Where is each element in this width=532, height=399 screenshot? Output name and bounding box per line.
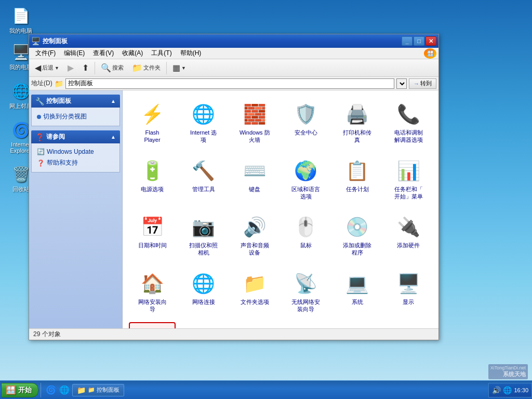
sidebar-section-seealso: ❓ 请参阅 ▲ 🔄 Windows Update ❓ 帮助和支持 — [31, 130, 120, 172]
sidebar-body-cp: 切换到分类视图 — [31, 108, 120, 126]
systray-icon2: 🌐 — [503, 386, 512, 394]
menu-edit[interactable]: 编辑(E) — [60, 48, 89, 59]
taskbar-ie-icon2[interactable]: 🌐 — [59, 384, 70, 396]
cp-icon-admin-tools[interactable]: 🔨 管理工具 — [180, 153, 227, 206]
sidebar-section-cp: 🔧 控制面板 ▲ 切换到分类视图 — [31, 95, 120, 126]
control-panel-window: 🖥️ 控制面板 _ □ ✕ 文件(F) 编辑(E) 查看(V) 收藏(A) 工具… — [29, 34, 439, 340]
watermark-url: XiTongTianDi.net — [490, 365, 526, 370]
cp-icon-datetime[interactable]: 📅 日期和时间 — [129, 209, 176, 262]
clock: 16:30 — [514, 387, 528, 393]
address-dropdown[interactable]: ▼ — [396, 78, 407, 89]
menu-view[interactable]: 查看(V) — [89, 48, 118, 59]
status-text: 29 个对象 — [33, 330, 61, 339]
sidebar-header-cp[interactable]: 🔧 控制面板 ▲ — [31, 95, 120, 108]
forward-button[interactable]: ▶ — [64, 61, 77, 75]
minimize-button[interactable]: _ — [402, 36, 413, 46]
cp-icon-user-accounts[interactable]: 👥 用户帐户 — [129, 322, 176, 328]
maximize-button[interactable]: □ — [414, 36, 424, 46]
statusbar: 29 个对象 — [29, 328, 438, 340]
sidebar: 🔧 控制面板 ▲ 切换到分类视图 ❓ 请参阅 — [29, 90, 123, 328]
menu-help[interactable]: 帮助(H) — [176, 48, 206, 59]
window-controls: _ □ ✕ — [402, 36, 436, 46]
desktop-icon-my-docs[interactable]: 📄 我的电脑 — [4, 5, 37, 35]
views-button[interactable]: ▦ ▼ — [169, 61, 190, 75]
cp-icon-taskbar-start[interactable]: 📊 任务栏和「开始」菜单 — [385, 153, 432, 206]
folders-button[interactable]: 📁 文件夹 — [128, 61, 164, 75]
cp-icon-speech[interactable]: 🔈 语音 — [231, 322, 278, 328]
cp-icon-power[interactable]: 🔋 电源选项 — [129, 153, 176, 206]
taskbar-ie-icon[interactable]: 🌀 — [45, 384, 57, 396]
cp-icon-fonts[interactable]: 🔤 字体 — [283, 322, 329, 328]
taskbar-cp-label: 📁 控制面板 — [88, 386, 119, 394]
cp-icon-network-conn[interactable]: 🌐 网络连接 — [180, 266, 227, 318]
sidebar-header-seealso[interactable]: ❓ 请参阅 ▲ — [31, 130, 120, 143]
cp-icon-scheduled-tasks[interactable]: 📋 任务计划 — [334, 153, 381, 206]
windows-update-icon: 🔄 — [37, 148, 45, 155]
cp-icon-addhardware[interactable]: 🔌 添加硬件 — [385, 209, 432, 262]
start-button[interactable]: 🪟 开始 — [1, 383, 38, 397]
taskbar-separator — [41, 383, 41, 397]
systray: 🔊 🌐 16:30 — [488, 383, 532, 397]
taskbar-items: 🌀 🌐 📁 📁 控制面板 — [43, 384, 488, 396]
start-label: 开始 — [18, 385, 32, 395]
windows-update-link[interactable]: 🔄 Windows Update — [36, 147, 115, 157]
address-label: 地址(D) — [31, 79, 52, 88]
cp-icon-game-controllers[interactable]: 🎮 游戏控制器 — [180, 322, 227, 328]
cp-icon-scanner[interactable]: 📷 扫描仪和照相机 — [180, 209, 227, 262]
help-icon: ❓ — [37, 159, 45, 167]
cp-icon-sounds[interactable]: 🔊 声音和音频设备 — [231, 209, 278, 262]
address-input[interactable]: 控制面板 — [65, 78, 394, 89]
windows-flag-icon: 🪟 — [6, 385, 16, 395]
menu-tools[interactable]: 工具(T) — [147, 48, 176, 59]
cp-icon-folder-options[interactable]: 📁 文件夹选项 — [231, 266, 278, 318]
help-support-link[interactable]: ❓ 帮助和支持 — [36, 157, 115, 169]
cp-icon-phone-modem[interactable]: 📞 电话和调制解调器选项 — [385, 97, 432, 149]
main-content: ⚡ FlashPlayer 🌐 Internet 选项 🧱 Windows 防火… — [123, 90, 438, 328]
search-button[interactable]: 🔍 搜索 — [97, 61, 127, 75]
menu-file[interactable]: 文件(F) — [31, 48, 60, 59]
toolbar: ◀ 后退 ▼ ▶ ⬆ 🔍 搜索 📁 文件夹 ▦ ▼ — [29, 59, 438, 77]
systray-icon1: 🔊 — [492, 386, 501, 394]
cp-icon-system[interactable]: 💻 系统 — [334, 266, 381, 318]
cp-icon-autoupdate[interactable]: 🔄 自动更新 — [334, 322, 381, 328]
cp-icon-printers[interactable]: 🖨️ 打印机和传真 — [334, 97, 381, 149]
titlebar-text: 控制面板 — [43, 37, 402, 46]
watermark-brand: 系统天地 — [490, 370, 526, 378]
up-button[interactable]: ⬆ — [78, 61, 92, 75]
go-button[interactable]: → 转到 — [409, 78, 436, 89]
cp-icon-security-center[interactable]: 🛡️ 安全中心 — [283, 97, 329, 149]
cp-icon-mouse[interactable]: 🖱️ 鼠标 — [283, 209, 329, 262]
menu-favorites[interactable]: 收藏(A) — [118, 48, 147, 59]
cp-icon-region[interactable]: 🌍 区域和语言选项 — [283, 153, 329, 206]
cp-icon-network-setup[interactable]: 🏠 网络安装向导 — [129, 266, 176, 318]
titlebar-icon: 🖥️ — [31, 37, 39, 45]
close-button[interactable]: ✕ — [425, 36, 436, 46]
cp-icon-wireless[interactable]: 📡 无线网络安装向导 — [283, 266, 329, 318]
cp-icon-addremove[interactable]: 💿 添加或删除程序 — [334, 209, 381, 262]
address-icon: 📁 — [55, 79, 63, 88]
cp-icon-display[interactable]: 🖥️ 显示 — [385, 266, 432, 318]
window-content: 🔧 控制面板 ▲ 切换到分类视图 ❓ 请参阅 — [29, 90, 438, 328]
watermark: XiTongTianDi.net 系统天地 — [488, 364, 528, 379]
back-button[interactable]: ◀ 后退 ▼ — [31, 61, 63, 75]
toolbar-separator-1 — [95, 62, 95, 74]
windows-logo: 🪟 — [424, 48, 436, 59]
sidebar-body-seealso: 🔄 Windows Update ❓ 帮助和支持 — [31, 143, 120, 172]
addressbar: 地址(D) 📁 控制面板 ▼ → 转到 — [29, 77, 438, 90]
toolbar-separator-2 — [166, 62, 167, 74]
cp-icon-flash[interactable]: ⚡ FlashPlayer — [129, 97, 176, 149]
taskbar-cp-icon: 📁 — [77, 386, 86, 394]
taskbar-cp-button[interactable]: 📁 📁 控制面板 — [72, 384, 124, 396]
cp-icon-keyboard[interactable]: ⌨️ 键盘 — [231, 153, 278, 206]
cp-icon-internet-options[interactable]: 🌐 Internet 选项 — [180, 97, 227, 149]
menubar: 文件(F) 编辑(E) 查看(V) 收藏(A) 工具(T) 帮助(H) 🪟 — [29, 48, 438, 59]
switch-view-link[interactable]: 切换到分类视图 — [36, 111, 115, 123]
cp-icon-firewall[interactable]: 🧱 Windows 防火墙 — [231, 97, 278, 149]
titlebar: 🖥️ 控制面板 _ □ ✕ — [29, 34, 438, 48]
collapse-icon-seealso: ▲ — [111, 134, 116, 140]
icon-grid: ⚡ FlashPlayer 🌐 Internet 选项 🧱 Windows 防火… — [129, 97, 432, 328]
taskbar: 🪟 开始 🌀 🌐 📁 📁 控制面板 🔊 🌐 16:30 — [0, 380, 532, 399]
collapse-icon-cp: ▲ — [111, 98, 116, 104]
